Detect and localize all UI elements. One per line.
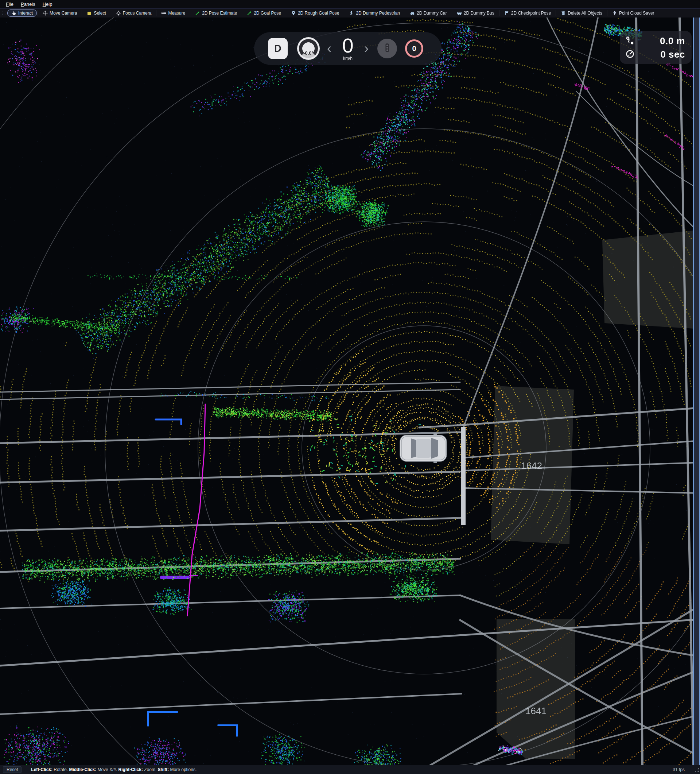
chevron-left-icon: ‹ — [327, 42, 332, 55]
tool-move-camera[interactable]: Move Camera — [39, 10, 81, 17]
green-arrow-icon — [195, 11, 200, 16]
resize-grip-icon[interactable] — [695, 767, 699, 773]
toolbar-separator — [607, 10, 608, 16]
speed-display: 0 km/h — [334, 36, 361, 61]
select-box-icon — [87, 11, 92, 16]
tool-focus-camera[interactable]: Focus Camera — [112, 10, 156, 17]
tool-2d-dummy-pedestrian[interactable]: 2D Dummy Pedestrian — [345, 10, 404, 17]
toolbar-separator — [344, 10, 344, 16]
rviz-window: { "menu": {"items": [{"label": "File"}, … — [0, 0, 700, 774]
menu-file[interactable]: File — [2, 2, 17, 7]
toolbar-separator — [38, 10, 38, 16]
tool-2d-goal-pose[interactable]: 2D Goal Pose — [243, 10, 285, 17]
tool-measure[interactable]: Measure — [157, 10, 189, 17]
toolbar-separator — [242, 10, 242, 16]
speed-value: 0 — [334, 36, 361, 55]
toolbar-separator — [156, 10, 157, 16]
tool-2d-dummy-bus[interactable]: 2D Dummy Bus — [453, 10, 499, 17]
toolbar-separator — [82, 10, 82, 16]
toolbar-drag-handle-icon[interactable]: ⋮⋮ — [0, 11, 7, 15]
focus-crosshair-icon — [116, 11, 121, 16]
toolbar-separator — [499, 10, 500, 16]
tool-2d-rough-goal-pose[interactable]: 2D Rough Goal Pose — [287, 10, 343, 17]
toolbar-separator — [452, 10, 452, 16]
tool-bar: ⋮⋮ Interact Move Camera Select Focus Cam… — [0, 8, 700, 18]
flag-icon — [504, 11, 509, 16]
tool-2d-checkpoint-pose[interactable]: 2D Checkpoint Pose — [500, 10, 555, 17]
mouse-hints: Left-Click: Rotate. Middle-Click: Move X… — [31, 767, 196, 772]
speed-unit: km/h — [334, 56, 361, 61]
steering-wheel-icon: -0.0° — [297, 37, 320, 60]
toolbar-separator — [286, 10, 286, 16]
chevron-right-icon: › — [364, 42, 368, 55]
steering-angle: -0.0° — [297, 50, 320, 56]
toolbar-separator — [404, 10, 405, 16]
traffic-light-indicator — [377, 39, 397, 58]
tool-2d-pose-estimate[interactable]: 2D Pose Estimate — [191, 10, 241, 17]
toolbar-separator — [111, 10, 111, 16]
menu-panels[interactable]: Panels — [17, 2, 39, 7]
gear-indicator: D — [268, 38, 288, 59]
diamond-icon — [612, 11, 617, 16]
speed-limit-indicator: 0 — [405, 40, 423, 58]
tool-select[interactable]: Select — [83, 10, 110, 17]
measure-ruler-icon — [161, 11, 166, 16]
menu-help[interactable]: Help — [39, 2, 56, 7]
pedestrian-icon — [349, 11, 354, 16]
green-arrow-icon — [247, 11, 252, 16]
route-distance-value: 0.0 m — [634, 35, 685, 47]
toolbar-separator — [556, 10, 556, 16]
status-bar: Reset Left-Click: Rotate. Middle-Click: … — [0, 765, 700, 774]
toolbar-separator — [190, 10, 190, 16]
trash-icon — [561, 11, 566, 16]
move-camera-icon — [43, 11, 48, 16]
3d-viewport[interactable]: D -0.0° ‹ 0 km/h › 0 0.0 m 0 sec — [0, 18, 700, 765]
menu-bar: File Panels Help — [0, 0, 700, 8]
route-metrics-panel: 0.0 m 0 sec — [620, 31, 692, 64]
lidar-pointcloud-canvas[interactable] — [0, 18, 700, 765]
hand-icon — [11, 11, 17, 16]
bus-icon — [457, 11, 462, 16]
reset-button[interactable]: Reset — [3, 766, 21, 773]
tool-delete-all-objects[interactable]: Delete All Objects — [557, 10, 606, 17]
vehicle-hud-panel: D -0.0° ‹ 0 km/h › 0 — [254, 32, 441, 65]
route-time-value: 0 sec — [634, 49, 685, 60]
tool-point-cloud-saver[interactable]: Point Cloud Saver — [608, 10, 659, 17]
tool-interact[interactable]: Interact — [7, 10, 37, 17]
side-panel-splitter[interactable] — [693, 18, 700, 765]
tool-2d-dummy-car[interactable]: 2D Dummy Car — [406, 10, 451, 17]
traffic-light-icon — [383, 43, 391, 54]
fps-counter: 31 fps — [673, 767, 685, 772]
route-distance-icon — [626, 36, 634, 46]
car-icon — [410, 11, 415, 16]
route-time-icon — [626, 50, 634, 60]
map-pin-icon — [291, 11, 296, 16]
